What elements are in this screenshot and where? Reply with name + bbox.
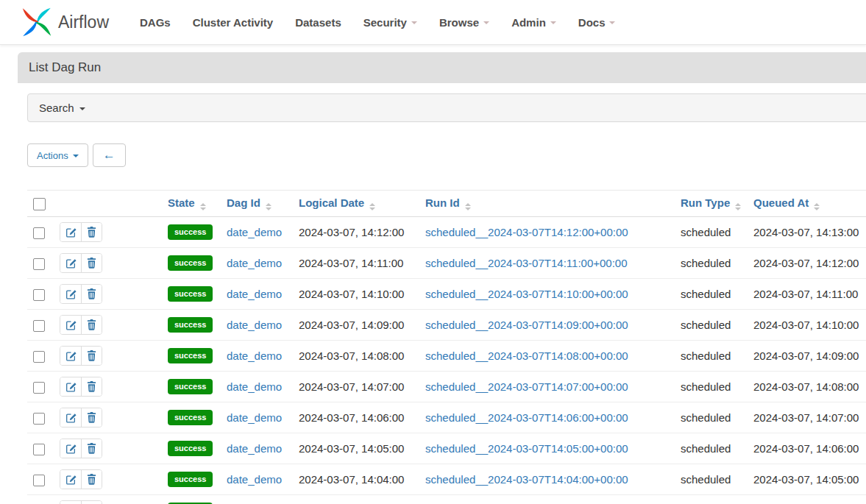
back-button[interactable]: ← — [93, 143, 126, 167]
nav-item-label: Cluster Activity — [193, 16, 273, 29]
row-action-buttons — [60, 253, 102, 273]
run-id-link[interactable]: scheduled__2024-03-07T14:08:00+00:00 — [425, 349, 628, 362]
dag-id-link[interactable]: date_demo — [227, 288, 282, 300]
edit-button[interactable] — [60, 223, 81, 241]
edit-button[interactable] — [60, 254, 81, 272]
run-id-link[interactable]: scheduled__2024-03-07T14:05:00+00:00 — [425, 442, 628, 455]
trash-icon — [87, 412, 96, 423]
run-id-link[interactable]: scheduled__2024-03-07T14:04:00+00:00 — [425, 473, 628, 486]
logical-date-cell: 2024-03-07, 14:05:00 — [293, 433, 419, 464]
actions-button-label: Actions — [37, 150, 68, 161]
column-header-run-type[interactable]: Run Type — [675, 191, 748, 217]
delete-button[interactable] — [81, 377, 102, 396]
edit-icon — [65, 258, 77, 269]
row-checkbox[interactable] — [33, 382, 45, 394]
row-checkbox[interactable] — [33, 444, 45, 455]
edit-button[interactable] — [60, 501, 81, 504]
dag-id-link[interactable]: date_demo — [227, 380, 282, 393]
actions-button[interactable]: Actions — [27, 143, 88, 167]
dag-id-link[interactable]: date_demo — [227, 257, 282, 269]
select-all-checkbox[interactable] — [33, 198, 46, 210]
nav-item-dags[interactable]: DAGs — [129, 9, 182, 36]
run-id-link[interactable]: scheduled__2024-03-07T14:06:00+00:00 — [425, 411, 628, 424]
airflow-brand-link[interactable]: Airflow — [22, 7, 109, 37]
column-header-queued-at[interactable]: Queued At — [748, 191, 866, 217]
nav-item-datasets[interactable]: Datasets — [284, 9, 352, 36]
delete-button[interactable] — [81, 285, 102, 303]
run-id-link[interactable]: scheduled__2024-03-07T14:09:00+00:00 — [425, 319, 628, 331]
nav-item-docs[interactable]: Docs — [567, 9, 627, 36]
column-header-state[interactable]: State — [162, 191, 221, 217]
dag-id-link[interactable]: date_demo — [227, 349, 282, 362]
nav-item-label: Browse — [439, 16, 479, 29]
table-row: success date_demo 2024-03-07, 14:09:00 s… — [27, 310, 866, 341]
delete-button[interactable] — [81, 470, 102, 489]
logical-date-cell: 2024-03-07, 14:08:00 — [293, 341, 419, 372]
dag-id-link[interactable]: date_demo — [227, 411, 282, 424]
trash-icon — [87, 381, 96, 392]
column-header-logical-date[interactable]: Logical Date — [293, 191, 419, 217]
run-id-link[interactable]: scheduled__2024-03-07T14:10:00+00:00 — [425, 288, 628, 300]
run-id-link[interactable]: scheduled__2024-03-07T14:07:00+00:00 — [425, 380, 628, 393]
state-badge: success — [168, 255, 213, 271]
row-action-buttons — [60, 315, 102, 335]
search-label: Search — [39, 102, 74, 114]
delete-button[interactable] — [81, 223, 102, 241]
delete-button[interactable] — [81, 501, 102, 504]
delete-button[interactable] — [81, 347, 102, 365]
chevron-down-icon — [79, 107, 85, 110]
nav-item-browse[interactable]: Browse — [428, 9, 500, 36]
edit-button[interactable] — [60, 316, 81, 334]
airflow-pinwheel-logo-icon — [22, 7, 52, 37]
column-header-dag-id[interactable]: Dag Id — [221, 191, 293, 217]
column-header-run-id[interactable]: Run Id — [419, 191, 675, 217]
panel-body: Search Actions ← State Dag I — [18, 83, 866, 504]
nav-item-cluster-activity[interactable]: Cluster Activity — [182, 9, 284, 36]
arrow-left-icon: ← — [103, 148, 116, 163]
state-badge: success — [168, 317, 213, 333]
edit-button[interactable] — [60, 285, 81, 303]
delete-button[interactable] — [81, 439, 102, 458]
chevron-down-icon — [483, 21, 489, 24]
search-dropdown[interactable]: Search — [27, 93, 866, 122]
row-action-buttons — [60, 500, 102, 504]
row-checkbox[interactable] — [33, 351, 45, 363]
row-checkbox[interactable] — [33, 289, 45, 301]
nav-item-admin[interactable]: Admin — [500, 9, 567, 36]
dag-id-link[interactable]: date_demo — [227, 473, 282, 486]
dag-run-table-body: success date_demo 2024-03-07, 14:12:00 s… — [27, 217, 866, 504]
logical-date-cell: 2024-03-07, 14:10:00 — [293, 279, 419, 310]
row-checkbox[interactable] — [33, 320, 45, 332]
dag-id-link[interactable]: date_demo — [227, 319, 282, 331]
table-row: success date_demo 2024-03-07, 14:10:00 s… — [27, 279, 866, 310]
row-action-buttons — [60, 377, 102, 397]
delete-button[interactable] — [81, 408, 102, 427]
run-type-cell: scheduled — [675, 248, 748, 279]
row-checkbox[interactable] — [33, 227, 45, 239]
queued-at-cell: 2024-03-07, 14:04:00 — [748, 495, 866, 504]
row-checkbox[interactable] — [33, 413, 45, 425]
dag-id-link[interactable]: date_demo — [227, 226, 282, 238]
row-checkbox[interactable] — [33, 475, 45, 486]
run-id-link[interactable]: scheduled__2024-03-07T14:11:00+00:00 — [425, 257, 628, 269]
edit-button[interactable] — [60, 377, 81, 396]
edit-icon — [65, 288, 77, 299]
edit-button[interactable] — [60, 408, 81, 427]
edit-icon — [65, 381, 77, 392]
edit-icon — [65, 474, 77, 485]
nav-menu: DAGs Cluster Activity Datasets Security … — [129, 9, 626, 36]
logical-date-cell: 2024-03-07, 14:07:00 — [293, 372, 419, 402]
edit-button[interactable] — [60, 470, 81, 489]
dag-id-link[interactable]: date_demo — [227, 442, 282, 455]
row-checkbox[interactable] — [33, 258, 45, 270]
run-id-link[interactable]: scheduled__2024-03-07T14:12:00+00:00 — [425, 226, 628, 238]
edit-button[interactable] — [60, 347, 81, 365]
run-type-cell: scheduled — [675, 464, 748, 495]
delete-button[interactable] — [81, 316, 102, 334]
trash-icon — [87, 474, 96, 485]
logical-date-cell: 2024-03-07, 14:03:00 — [293, 495, 419, 504]
edit-button[interactable] — [60, 439, 81, 458]
queued-at-cell: 2024-03-07, 14:09:00 — [748, 341, 866, 372]
nav-item-security[interactable]: Security — [352, 9, 428, 36]
delete-button[interactable] — [81, 254, 102, 272]
